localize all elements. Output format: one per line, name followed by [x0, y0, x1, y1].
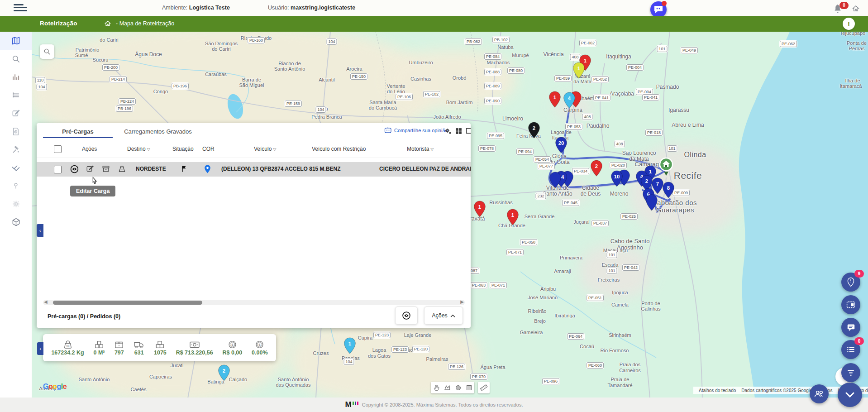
polygon-tool[interactable]: [442, 382, 453, 393]
fab-card-button[interactable]: [841, 295, 860, 314]
sidebar-item-confirmations[interactable]: [0, 158, 32, 177]
stat-volume: 0 M³: [94, 340, 105, 356]
horizontal-scrollbar[interactable]: ◀ ▶: [43, 300, 465, 305]
column-destino[interactable]: Destino▽: [127, 146, 150, 152]
road-badge: PE-078: [478, 145, 496, 152]
header-alert-button[interactable]: !: [843, 18, 855, 30]
pan-hand-tool[interactable]: [431, 382, 442, 393]
road-badge: 232: [535, 193, 546, 199]
sidebar-item-tools[interactable]: [0, 140, 32, 158]
scroll-left-arrow[interactable]: ◀: [44, 299, 48, 304]
map-marker-depot[interactable]: [658, 157, 674, 178]
keyboard-shortcuts-link[interactable]: Atalhos do teclado: [699, 388, 736, 393]
map-marker-2[interactable]: 2: [591, 160, 603, 178]
preview-button[interactable]: [395, 307, 418, 325]
scrollbar-thumb[interactable]: [53, 301, 202, 305]
map-search-button[interactable]: [40, 44, 54, 59]
column-acoes: Ações: [82, 146, 97, 152]
map-marker-10[interactable]: 10: [611, 170, 623, 189]
fab-filter-button[interactable]: [841, 363, 860, 382]
feedback-link[interactable]: Compartilhe sua opinião: [384, 127, 448, 134]
totals-bar: Kg 167234.2 Kg 0 M³ 797: [43, 334, 276, 361]
panel-settings-button[interactable]: [444, 127, 452, 135]
fab-chat-button[interactable]: [841, 318, 860, 337]
stat-boxes: 797: [114, 340, 124, 356]
view-load-button[interactable]: [70, 165, 79, 174]
map-marker-1[interactable]: 1: [549, 91, 561, 110]
road-badge: PB-196: [116, 105, 133, 112]
svg-text:4: 4: [568, 96, 571, 101]
user-label: Usuário:: [268, 5, 289, 11]
map-marker-1[interactable]: 1: [507, 209, 519, 227]
scroll-right-arrow[interactable]: ▶: [460, 299, 464, 304]
edit-load-button[interactable]: [86, 165, 95, 174]
map-marker-8[interactable]: 8: [663, 182, 675, 200]
road-badge: PB-214: [110, 76, 127, 82]
pushpin-icon: [12, 182, 19, 190]
fab-team-button[interactable]: [810, 384, 829, 403]
row-checkbox[interactable]: [54, 166, 62, 173]
sidebar-item-edit[interactable]: [0, 104, 32, 122]
actions-button[interactable]: Ações: [424, 307, 463, 325]
map-marker-1[interactable]: 1: [573, 62, 585, 81]
stats-collapse-button[interactable]: ‹: [37, 342, 43, 355]
map-marker-2[interactable]: 2: [218, 364, 230, 383]
select-all-checkbox[interactable]: [54, 145, 62, 153]
schedule-load-button[interactable]: [102, 165, 111, 174]
logo-letter: M: [345, 400, 352, 409]
filter-icon[interactable]: ▽: [430, 147, 434, 152]
chat-support-button[interactable]: [650, 1, 667, 18]
map-marker[interactable]: [646, 194, 658, 213]
ruler-tool[interactable]: [478, 382, 490, 393]
hamburger-menu-icon[interactable]: [14, 4, 27, 12]
map-marker-1[interactable]: 1: [344, 337, 356, 356]
sidebar-item-lists[interactable]: [0, 86, 32, 104]
tab-carregamentos-gravados[interactable]: Carregamentos Gravados: [113, 123, 203, 140]
road-badge: PE-049: [681, 47, 698, 53]
sidebar-item-map[interactable]: [0, 32, 32, 50]
map-marker[interactable]: [549, 172, 562, 190]
sidebar-item-documents[interactable]: [0, 122, 32, 140]
route-restriction-button[interactable]: [118, 165, 127, 174]
road-badge: 408: [614, 141, 625, 147]
svg-text:$: $: [259, 343, 261, 346]
home-icon[interactable]: [852, 5, 860, 13]
svg-text:Kg: Kg: [66, 344, 69, 347]
pin-alert-icon: [846, 278, 855, 287]
edit-square-icon: [12, 109, 20, 118]
column-motorista[interactable]: Motorista▽: [407, 146, 434, 152]
sidebar-item-search[interactable]: [0, 50, 32, 68]
table-row[interactable]: NORDESTE (DELLEON) 13 QFB2874 ACCELO 815…: [37, 162, 471, 177]
road-badge: 110: [35, 77, 45, 83]
stat-deliveries-value: 631: [134, 350, 144, 356]
road-badge: PE-123: [373, 332, 391, 338]
road-badge: PE-102: [423, 91, 440, 97]
coin-icon: $: [228, 340, 237, 349]
header-divider: [98, 18, 98, 29]
circle-tool[interactable]: [453, 382, 463, 393]
map-marker-20[interactable]: 20: [555, 137, 568, 155]
map-data-credit: Dados cartográficos ©2025 Google: [741, 388, 812, 393]
breadcrumb-home-icon[interactable]: [104, 20, 111, 27]
feedback-link-label: Compartilhe sua opinião: [394, 128, 448, 133]
weight-icon: Kg: [63, 340, 73, 349]
fab-collapse-all-button[interactable]: [838, 383, 862, 407]
road-badge: PE-020: [610, 162, 627, 168]
sidebar-item-indicators[interactable]: [0, 68, 32, 86]
sidebar-item-pins[interactable]: [0, 177, 32, 195]
map-marker-4[interactable]: 4: [563, 92, 576, 110]
feedback-robot-icon: [384, 127, 392, 134]
panel-maximize-button[interactable]: [465, 127, 471, 134]
rectangle-tool[interactable]: [463, 382, 474, 393]
map-marker-2[interactable]: 2: [528, 122, 540, 140]
panel-collapse-button[interactable]: ‹: [37, 224, 43, 237]
panel-layout-button[interactable]: [455, 127, 463, 135]
svg-text:2: 2: [223, 368, 225, 374]
road-badge: PE-053: [565, 124, 582, 130]
filter-icon[interactable]: ▽: [147, 147, 150, 152]
sidebar-item-settings[interactable]: [0, 195, 32, 213]
column-veiculo[interactable]: Veículo▽: [254, 146, 276, 152]
filter-icon[interactable]: ▽: [273, 147, 276, 152]
sidebar-item-packages[interactable]: [0, 213, 32, 231]
map-marker-1[interactable]: 1: [474, 201, 486, 219]
